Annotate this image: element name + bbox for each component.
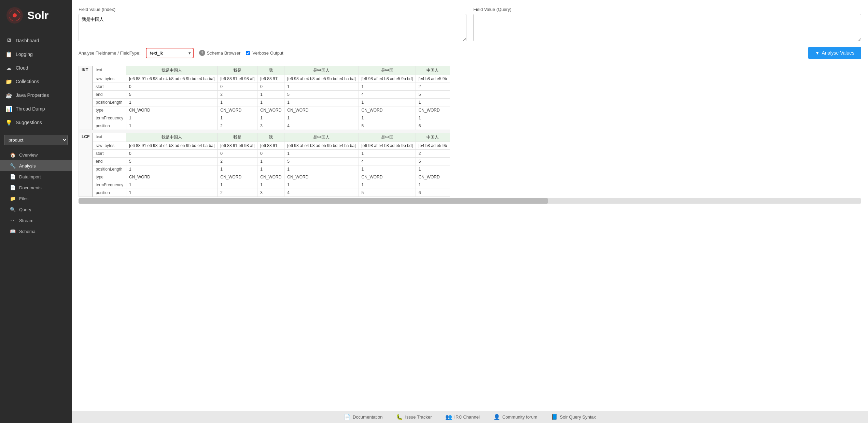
sidebar-item-files-label: Files bbox=[19, 196, 28, 201]
table-row: LCFtext我是中国人我是我是中国人是中国中国人 bbox=[79, 133, 450, 142]
value-cell: 1 bbox=[284, 181, 359, 189]
value-cell: [e6 98 af e4 b8 ad e5 9b bd e4 ba ba] bbox=[284, 142, 359, 150]
sidebar-item-analysis[interactable]: 🔧 Analysis bbox=[0, 160, 72, 171]
logging-icon: 📋 bbox=[5, 51, 12, 58]
sidebar-item-suggestions[interactable]: 💡 Suggestions bbox=[0, 116, 72, 129]
table-row: end521545 bbox=[79, 91, 450, 99]
field-name-cell: text bbox=[93, 133, 126, 142]
value-cell: CN_WORD bbox=[416, 173, 450, 181]
field-name-cell: position bbox=[93, 122, 126, 130]
table-row: raw_bytes[e6 88 91 e6 98 af e4 b8 ad e5 … bbox=[79, 75, 450, 83]
value-cell: 1 bbox=[359, 114, 416, 122]
verbose-checkbox[interactable] bbox=[246, 51, 250, 55]
value-cell: 4 bbox=[284, 189, 359, 197]
analyse-button[interactable]: ▼ Analyse Values bbox=[808, 47, 861, 59]
sidebar-item-documents[interactable]: 📄 Documents bbox=[0, 182, 72, 193]
sidebar-item-thread-dump-label: Thread Dump bbox=[16, 106, 45, 112]
dataimport-icon: 📄 bbox=[10, 174, 16, 179]
core-selector[interactable]: product core1 collection1 bbox=[4, 135, 68, 145]
value-cell: [e6 88 91 e6 98 af] bbox=[218, 142, 257, 150]
query-form-group: Field Value (Query) bbox=[473, 7, 861, 41]
field-name-cell: text bbox=[93, 66, 126, 75]
value-cell: 1 bbox=[218, 99, 257, 106]
sidebar-item-thread-dump[interactable]: 📊 Thread Dump bbox=[0, 102, 72, 116]
value-cell: [e4 b8 ad e5 9b bbox=[416, 142, 450, 150]
sidebar-item-overview-label: Overview bbox=[19, 152, 38, 158]
value-cell: 2 bbox=[416, 150, 450, 158]
value-cell: 2 bbox=[416, 83, 450, 91]
horizontal-scrollbar[interactable] bbox=[79, 198, 861, 204]
value-cell: CN_WORD bbox=[257, 106, 284, 114]
value-cell: 我是中国人 bbox=[126, 133, 218, 142]
core-select[interactable]: product core1 collection1 bbox=[4, 135, 68, 145]
field-name-cell: termFrequency bbox=[93, 181, 126, 189]
sidebar-item-logging-label: Logging bbox=[16, 52, 33, 57]
form-section: Field Value (Index) 我是中国人 Field Value (Q… bbox=[79, 7, 861, 41]
value-cell: 我是 bbox=[218, 66, 257, 75]
value-cell: 0 bbox=[257, 83, 284, 91]
sidebar-item-logging[interactable]: 📋 Logging bbox=[0, 47, 72, 61]
value-cell: 1 bbox=[218, 181, 257, 189]
value-cell: 是中国 bbox=[359, 66, 416, 75]
value-cell: 1 bbox=[284, 83, 359, 91]
footer-irc-channel[interactable]: 👥 IRC Channel bbox=[445, 414, 479, 420]
table-row: position123456 bbox=[79, 189, 450, 197]
sidebar-item-cloud[interactable]: ☁ Cloud bbox=[0, 61, 72, 75]
overview-icon: 🏠 bbox=[10, 152, 16, 158]
sidebar-item-dashboard-label: Dashboard bbox=[16, 38, 39, 43]
value-cell: CN_WORD bbox=[126, 106, 218, 114]
sidebar-item-collections-label: Collections bbox=[16, 79, 39, 84]
value-cell: 1 bbox=[284, 165, 359, 173]
value-cell: 5 bbox=[359, 122, 416, 130]
table-row: start000112 bbox=[79, 83, 450, 91]
value-cell: 1 bbox=[284, 150, 359, 158]
value-cell: 3 bbox=[257, 189, 284, 197]
schema-browser-link[interactable]: ? Schema Browser bbox=[199, 50, 240, 56]
table-row: typeCN_WORDCN_WORDCN_WORDCN_WORDCN_WORDC… bbox=[79, 173, 450, 181]
sidebar-item-java-properties[interactable]: ☕ Java Properties bbox=[0, 88, 72, 102]
value-cell: [e6 88 91 e6 98 af e4 b8 ad e5 9b bd e4 … bbox=[126, 142, 218, 150]
sidebar-item-documents-label: Documents bbox=[19, 185, 42, 190]
index-textarea[interactable]: 我是中国人 bbox=[79, 14, 466, 41]
value-cell: 我 bbox=[257, 66, 284, 75]
verbose-label[interactable]: Verbose Output bbox=[246, 50, 283, 56]
value-cell: 0 bbox=[126, 83, 218, 91]
fieldtype-select[interactable]: text_ik text_general string text_en bbox=[146, 48, 194, 58]
analysis-icon: 🔧 bbox=[10, 163, 16, 169]
sidebar-item-schema[interactable]: 📖 Schema bbox=[0, 226, 72, 237]
value-cell: [e6 88 91 e6 98 af] bbox=[218, 75, 257, 83]
field-name-cell: positionLength bbox=[93, 99, 126, 106]
value-cell: 1 bbox=[218, 114, 257, 122]
field-name-cell: termFrequency bbox=[93, 114, 126, 122]
sidebar-item-dataimport[interactable]: 📄 Dataimport bbox=[0, 171, 72, 182]
solr-query-syntax-icon: 📘 bbox=[551, 414, 558, 420]
sidebar-item-query[interactable]: 🔍 Query bbox=[0, 204, 72, 215]
value-cell: 0 bbox=[218, 150, 257, 158]
footer: 📄 Documentation 🐛 Issue Tracker 👥 IRC Ch… bbox=[72, 411, 868, 423]
sidebar-item-overview[interactable]: 🏠 Overview bbox=[0, 149, 72, 160]
dashboard-icon: 🖥 bbox=[5, 37, 12, 44]
sidebar-item-dashboard[interactable]: 🖥 Dashboard bbox=[0, 34, 72, 47]
field-name-cell: raw_bytes bbox=[93, 142, 126, 150]
sidebar-item-collections[interactable]: 📁 Collections bbox=[0, 75, 72, 88]
sidebar-item-files[interactable]: 📁 Files bbox=[0, 193, 72, 204]
value-cell: 1 bbox=[257, 99, 284, 106]
footer-community-forum[interactable]: 👤 Community forum bbox=[493, 414, 537, 420]
analyse-btn-label: Analyse Values bbox=[822, 50, 854, 56]
footer-solr-query-syntax[interactable]: 📘 Solr Query Syntax bbox=[551, 414, 596, 420]
value-cell: 4 bbox=[359, 91, 416, 99]
footer-issue-tracker[interactable]: 🐛 Issue Tracker bbox=[396, 414, 432, 420]
value-cell: 5 bbox=[359, 189, 416, 197]
value-cell: 1 bbox=[257, 114, 284, 122]
filter-icon: ▼ bbox=[815, 50, 820, 56]
analysis-table-wrapper: IKTtext我是中国人我是我是中国人是中国中国人raw_bytes[e6 88… bbox=[79, 66, 861, 204]
cloud-icon: ☁ bbox=[5, 64, 12, 71]
issue-tracker-label: Issue Tracker bbox=[405, 414, 432, 420]
sidebar-item-stream[interactable]: 〰 Stream bbox=[0, 215, 72, 226]
footer-documentation[interactable]: 📄 Documentation bbox=[344, 414, 382, 420]
suggestions-icon: 💡 bbox=[5, 119, 12, 126]
query-textarea[interactable] bbox=[473, 14, 861, 41]
table-row: end521545 bbox=[79, 158, 450, 165]
value-cell: [e6 88 91 e6 98 af e4 b8 ad e5 9b bd e4 … bbox=[126, 75, 218, 83]
community-forum-icon: 👤 bbox=[493, 414, 500, 420]
